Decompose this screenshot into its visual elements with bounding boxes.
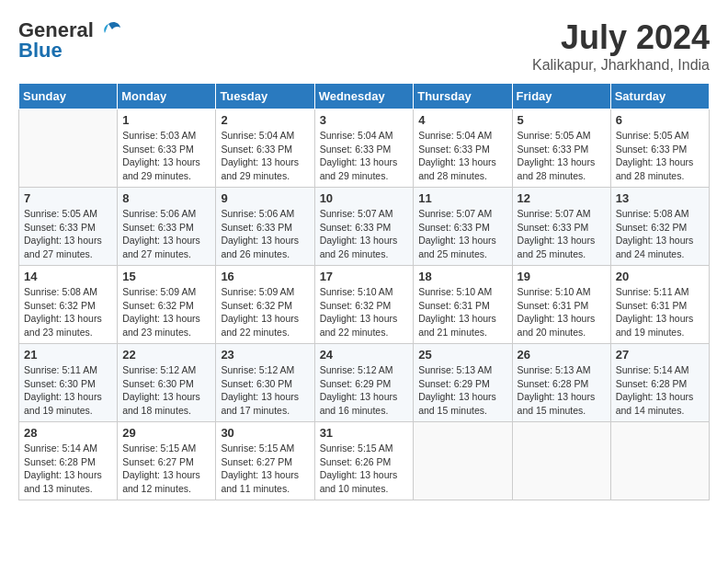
day-info: Sunrise: 5:04 AM Sunset: 6:33 PM Dayligh… (418, 129, 506, 183)
calendar-cell: 17Sunrise: 5:10 AM Sunset: 6:32 PM Dayli… (314, 266, 414, 344)
calendar-cell: 6Sunrise: 5:05 AM Sunset: 6:33 PM Daylig… (610, 109, 709, 188)
day-info: Sunrise: 5:11 AM Sunset: 6:31 PM Dayligh… (616, 285, 704, 339)
calendar-cell: 22Sunrise: 5:12 AM Sunset: 6:30 PM Dayli… (118, 344, 216, 422)
location-subtitle: Kalikapur, Jharkhand, India (532, 57, 710, 74)
calendar-cell: 19Sunrise: 5:10 AM Sunset: 6:31 PM Dayli… (512, 266, 610, 344)
week-row-2: 7Sunrise: 5:05 AM Sunset: 6:33 PM Daylig… (19, 188, 710, 266)
day-number: 29 (122, 426, 210, 440)
day-info: Sunrise: 5:05 AM Sunset: 6:33 PM Dayligh… (24, 207, 112, 261)
day-number: 7 (24, 191, 112, 205)
day-info: Sunrise: 5:09 AM Sunset: 6:32 PM Dayligh… (122, 285, 210, 339)
day-number: 12 (518, 191, 606, 205)
day-number: 8 (122, 191, 210, 205)
day-number: 14 (24, 270, 112, 283)
day-info: Sunrise: 5:05 AM Sunset: 6:33 PM Dayligh… (518, 129, 606, 183)
calendar-cell: 25Sunrise: 5:13 AM Sunset: 6:29 PM Dayli… (414, 344, 512, 422)
day-info: Sunrise: 5:15 AM Sunset: 6:27 PM Dayligh… (221, 442, 309, 496)
day-number: 3 (320, 113, 409, 127)
logo: General Blue (18, 18, 121, 63)
day-number: 22 (122, 348, 210, 362)
day-number: 17 (320, 270, 409, 283)
weekday-header-tuesday: Tuesday (216, 84, 314, 109)
day-info: Sunrise: 5:03 AM Sunset: 6:33 PM Dayligh… (122, 129, 210, 183)
day-info: Sunrise: 5:11 AM Sunset: 6:30 PM Dayligh… (24, 363, 112, 418)
day-info: Sunrise: 5:10 AM Sunset: 6:31 PM Dayligh… (418, 285, 506, 339)
calendar-table: SundayMondayTuesdayWednesdayThursdayFrid… (18, 83, 710, 500)
calendar-cell: 3Sunrise: 5:04 AM Sunset: 6:33 PM Daylig… (314, 109, 414, 188)
calendar-cell: 26Sunrise: 5:13 AM Sunset: 6:28 PM Dayli… (512, 344, 610, 422)
calendar-cell: 4Sunrise: 5:04 AM Sunset: 6:33 PM Daylig… (414, 109, 512, 188)
day-info: Sunrise: 5:08 AM Sunset: 6:32 PM Dayligh… (24, 285, 112, 339)
weekday-header-wednesday: Wednesday (314, 84, 414, 109)
week-row-3: 14Sunrise: 5:08 AM Sunset: 6:32 PM Dayli… (19, 266, 710, 344)
day-number: 5 (518, 113, 606, 127)
day-number: 11 (418, 191, 506, 205)
day-info: Sunrise: 5:05 AM Sunset: 6:33 PM Dayligh… (616, 129, 704, 183)
day-number: 25 (418, 348, 506, 362)
weekday-header-saturday: Saturday (610, 84, 709, 109)
day-info: Sunrise: 5:12 AM Sunset: 6:30 PM Dayligh… (221, 363, 309, 418)
day-info: Sunrise: 5:14 AM Sunset: 6:28 PM Dayligh… (24, 442, 112, 496)
calendar-cell: 15Sunrise: 5:09 AM Sunset: 6:32 PM Dayli… (118, 266, 216, 344)
calendar-cell (512, 422, 610, 500)
day-number: 10 (320, 191, 409, 205)
day-info: Sunrise: 5:13 AM Sunset: 6:29 PM Dayligh… (418, 363, 506, 418)
day-number: 15 (122, 270, 210, 283)
week-row-4: 21Sunrise: 5:11 AM Sunset: 6:30 PM Dayli… (19, 344, 710, 422)
day-number: 9 (221, 191, 309, 205)
day-number: 16 (221, 270, 309, 283)
calendar-cell: 27Sunrise: 5:14 AM Sunset: 6:28 PM Dayli… (610, 344, 709, 422)
calendar-cell: 5Sunrise: 5:05 AM Sunset: 6:33 PM Daylig… (512, 109, 610, 188)
title-area: July 2024 Kalikapur, Jharkhand, India (532, 18, 710, 74)
month-year-title: July 2024 (532, 18, 710, 57)
weekday-header-sunday: Sunday (19, 84, 118, 109)
day-number: 19 (518, 270, 606, 283)
calendar-cell: 29Sunrise: 5:15 AM Sunset: 6:27 PM Dayli… (118, 422, 216, 500)
weekday-header-friday: Friday (512, 84, 610, 109)
weekday-header-row: SundayMondayTuesdayWednesdayThursdayFrid… (19, 84, 710, 109)
calendar-cell: 30Sunrise: 5:15 AM Sunset: 6:27 PM Dayli… (216, 422, 314, 500)
day-info: Sunrise: 5:08 AM Sunset: 6:32 PM Dayligh… (616, 207, 704, 261)
calendar-cell (19, 109, 118, 188)
calendar-cell (414, 422, 512, 500)
calendar-cell (610, 422, 709, 500)
calendar-cell: 14Sunrise: 5:08 AM Sunset: 6:32 PM Dayli… (19, 266, 118, 344)
calendar-cell: 24Sunrise: 5:12 AM Sunset: 6:29 PM Dayli… (314, 344, 414, 422)
calendar-cell: 11Sunrise: 5:07 AM Sunset: 6:33 PM Dayli… (414, 188, 512, 266)
day-info: Sunrise: 5:07 AM Sunset: 6:33 PM Dayligh… (518, 207, 606, 261)
week-row-1: 1Sunrise: 5:03 AM Sunset: 6:33 PM Daylig… (19, 109, 710, 188)
page-header: General Blue July 2024 Kalikapur, Jharkh… (18, 18, 710, 74)
day-info: Sunrise: 5:04 AM Sunset: 6:33 PM Dayligh… (221, 129, 309, 183)
day-number: 23 (221, 348, 309, 362)
calendar-cell: 7Sunrise: 5:05 AM Sunset: 6:33 PM Daylig… (19, 188, 118, 266)
weekday-header-thursday: Thursday (414, 84, 512, 109)
day-info: Sunrise: 5:12 AM Sunset: 6:29 PM Dayligh… (320, 363, 409, 418)
calendar-cell: 1Sunrise: 5:03 AM Sunset: 6:33 PM Daylig… (118, 109, 216, 188)
logo-blue-text: Blue (18, 39, 63, 63)
day-info: Sunrise: 5:15 AM Sunset: 6:27 PM Dayligh… (122, 442, 210, 496)
day-number: 18 (418, 270, 506, 283)
calendar-cell: 8Sunrise: 5:06 AM Sunset: 6:33 PM Daylig… (118, 188, 216, 266)
day-number: 1 (122, 113, 210, 127)
calendar-cell: 16Sunrise: 5:09 AM Sunset: 6:32 PM Dayli… (216, 266, 314, 344)
calendar-cell: 13Sunrise: 5:08 AM Sunset: 6:32 PM Dayli… (610, 188, 709, 266)
calendar-cell: 21Sunrise: 5:11 AM Sunset: 6:30 PM Dayli… (19, 344, 118, 422)
calendar-cell: 10Sunrise: 5:07 AM Sunset: 6:33 PM Dayli… (314, 188, 414, 266)
day-info: Sunrise: 5:04 AM Sunset: 6:33 PM Dayligh… (320, 129, 409, 183)
day-info: Sunrise: 5:09 AM Sunset: 6:32 PM Dayligh… (221, 285, 309, 339)
day-number: 6 (616, 113, 704, 127)
weekday-header-monday: Monday (118, 84, 216, 109)
calendar-cell: 28Sunrise: 5:14 AM Sunset: 6:28 PM Dayli… (19, 422, 118, 500)
day-info: Sunrise: 5:07 AM Sunset: 6:33 PM Dayligh… (320, 207, 409, 261)
day-number: 20 (616, 270, 704, 283)
day-info: Sunrise: 5:07 AM Sunset: 6:33 PM Dayligh… (418, 207, 506, 261)
day-info: Sunrise: 5:06 AM Sunset: 6:33 PM Dayligh… (122, 207, 210, 261)
day-info: Sunrise: 5:12 AM Sunset: 6:30 PM Dayligh… (122, 363, 210, 418)
day-info: Sunrise: 5:14 AM Sunset: 6:28 PM Dayligh… (616, 363, 704, 418)
day-number: 21 (24, 348, 112, 362)
day-number: 27 (616, 348, 704, 362)
day-number: 24 (320, 348, 409, 362)
day-info: Sunrise: 5:06 AM Sunset: 6:33 PM Dayligh… (221, 207, 309, 261)
calendar-cell: 20Sunrise: 5:11 AM Sunset: 6:31 PM Dayli… (610, 266, 709, 344)
day-number: 4 (418, 113, 506, 127)
